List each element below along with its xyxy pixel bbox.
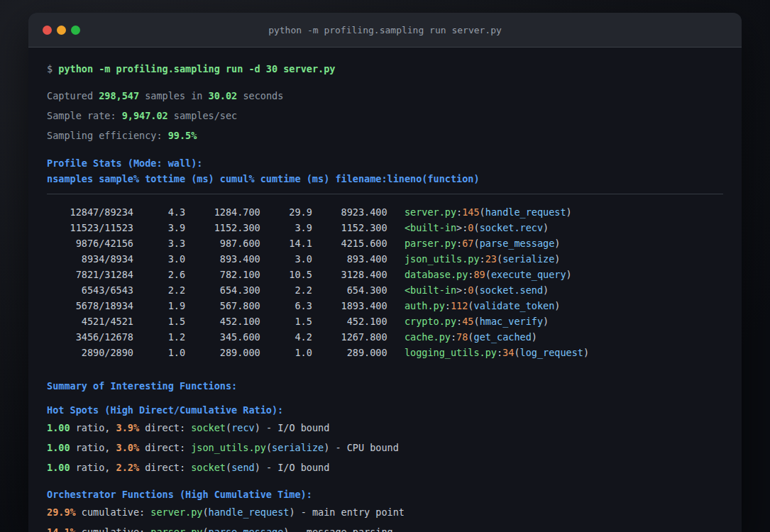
terminal-line: Captured 298,547 samples in 30.02 second… — [47, 86, 723, 106]
traffic-lights — [43, 13, 80, 47]
terminal-line: 2890/2890 1.0 289.000 1.0 289.000 loggin… — [47, 345, 723, 360]
terminal-line: Summary of Interesting Functions: — [47, 378, 723, 394]
terminal-line: 6543/6543 2.2 654.300 2.2 654.300 <built… — [47, 282, 723, 298]
terminal-line: nsamples sample% tottime (ms) cumul% cum… — [47, 171, 723, 187]
window-title: python -m profiling.sampling run server.… — [268, 25, 502, 35]
terminal-line: Profile Stats (Mode: wall): — [47, 155, 723, 171]
terminal-line: 8934/8934 3.0 893.400 3.0 893.400 json_u… — [47, 251, 723, 267]
profile-table-block: 12847/89234 4.3 1284.700 29.9 8923.400 s… — [47, 204, 723, 360]
terminal-line: 4521/4521 1.5 452.100 1.5 452.100 crypto… — [47, 314, 723, 329]
table-divider — [47, 194, 723, 194]
window-titlebar: python -m profiling.sampling run server.… — [28, 13, 742, 48]
hot-spots-title-block: Hot Spots (High Direct/Cumulative Ratio)… — [47, 402, 723, 418]
terminal-line: 14.1% cumulative: parser.py(parse_messag… — [47, 522, 723, 532]
profile-stats-header-block: Profile Stats (Mode: wall):nsamples samp… — [47, 155, 723, 187]
maximize-button[interactable] — [71, 26, 80, 35]
terminal-line: 29.9% cumulative: server.py(handle_reque… — [47, 502, 723, 522]
terminal-line: 9876/42156 3.3 987.600 14.1 4215.600 par… — [47, 235, 723, 251]
terminal-line: $ python -m profiling.sampling run -d 30… — [47, 62, 723, 76]
terminal-line: 5678/18934 1.9 567.800 6.3 1893.400 auth… — [47, 298, 723, 314]
terminal-line: 11523/11523 3.9 1152.300 3.9 1152.300 <b… — [47, 220, 723, 235]
terminal-line: 1.00 ratio, 3.0% direct: json_utils.py(s… — [47, 438, 723, 458]
terminal-line: 12847/89234 4.3 1284.700 29.9 8923.400 s… — [47, 204, 723, 220]
command-line-block: $ python -m profiling.sampling run -d 30… — [47, 62, 723, 76]
terminal-line: Sample rate: 9,947.02 samples/sec — [47, 106, 723, 126]
close-button[interactable] — [43, 26, 52, 35]
terminal-window: python -m profiling.sampling run server.… — [28, 13, 742, 532]
terminal-line: 1.00 ratio, 3.9% direct: socket(recv) - … — [47, 418, 723, 438]
terminal-output[interactable]: $ python -m profiling.sampling run -d 30… — [28, 48, 742, 532]
capture-stats-block: Captured 298,547 samples in 30.02 second… — [47, 86, 723, 145]
terminal-line: Hot Spots (High Direct/Cumulative Ratio)… — [47, 402, 723, 418]
terminal-line: Orchestrator Functions (High Cumulative … — [47, 487, 723, 502]
terminal-line: Sampling efficiency: 99.5% — [47, 126, 723, 145]
terminal-line: 3456/12678 1.2 345.600 4.2 1267.800 cach… — [47, 329, 723, 345]
orchestrator-block: 29.9% cumulative: server.py(handle_reque… — [47, 502, 723, 532]
minimize-button[interactable] — [57, 26, 66, 35]
terminal-line: 7821/31284 2.6 782.100 10.5 3128.400 dat… — [47, 267, 723, 282]
orchestrator-title-block: Orchestrator Functions (High Cumulative … — [47, 487, 723, 502]
terminal-line: 1.00 ratio, 2.2% direct: socket(send) - … — [47, 458, 723, 477]
hot-spots-block: 1.00 ratio, 3.9% direct: socket(recv) - … — [47, 418, 723, 477]
summary-title-block: Summary of Interesting Functions: — [47, 378, 723, 394]
